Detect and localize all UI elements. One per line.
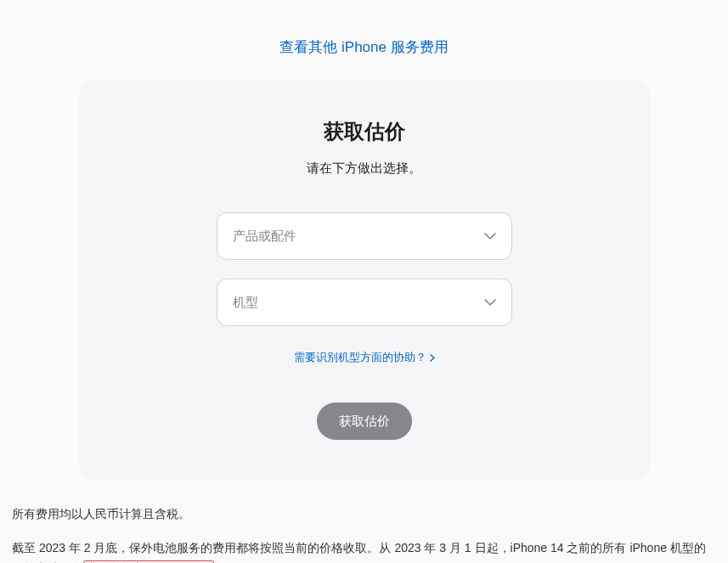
price-increase-highlight: 费用将增加 RMB 169。 [83,560,214,563]
other-services-link[interactable]: 查看其他 iPhone 服务费用 [279,39,448,55]
chevron-down-icon [484,299,496,306]
footer-note-2: 截至 2023 年 2 月底，保外电池服务的费用都将按照当前的价格收取。从 20… [12,538,716,563]
model-select-placeholder: 机型 [233,295,258,311]
help-link-label: 需要识别机型方面的协助？ [294,350,426,365]
card-subtitle: 请在下方做出选择。 [113,160,616,177]
card-title: 获取估价 [113,118,616,145]
product-select[interactable]: 产品或配件 [217,212,512,260]
identify-model-help-link[interactable]: 需要识别机型方面的协助？ [294,350,435,365]
estimate-card: 获取估价 请在下方做出选择。 产品或配件 机型 需要识别机型方面的协助？ 获取估… [79,81,650,481]
chevron-right-icon [430,354,435,362]
chevron-down-icon [484,233,496,239]
footer-notes: 所有费用均以人民币计算且含税。 截至 2023 年 2 月底，保外电池服务的费用… [0,481,728,563]
footer-note-1: 所有费用均以人民币计算且含税。 [12,504,716,525]
product-select-placeholder: 产品或配件 [233,228,296,245]
model-select[interactable]: 机型 [217,279,512,326]
get-estimate-button[interactable]: 获取估价 [317,403,412,440]
